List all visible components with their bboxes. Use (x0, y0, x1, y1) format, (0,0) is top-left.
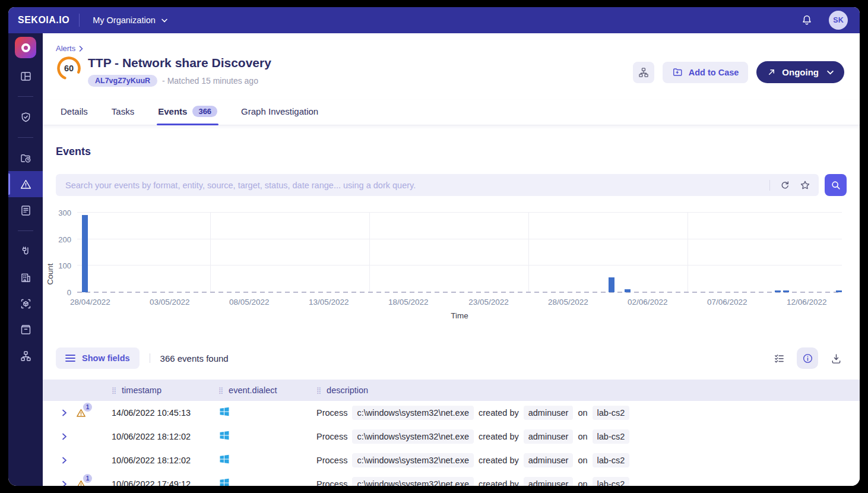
event-dialect-cell (218, 406, 316, 420)
tab-graph-investigation[interactable]: Graph Investigation (240, 100, 319, 125)
user-chip[interactable]: adminuser (524, 406, 574, 420)
events-panel: Events (43, 125, 860, 486)
tab-details[interactable]: Details (59, 100, 89, 125)
events-chart-plot[interactable]: 0100200300 (77, 213, 842, 292)
drag-handle-icon[interactable]: ⣿ (218, 387, 223, 394)
checklist-icon (774, 353, 785, 364)
search-button[interactable] (825, 174, 847, 196)
sidebar-item-reports[interactable] (8, 197, 43, 223)
column-header-description[interactable]: ⣿description (316, 385, 848, 395)
chevron-right-icon (62, 481, 67, 486)
breadcrumb[interactable]: Alerts (56, 44, 844, 53)
process-path-chip[interactable]: c:\windows\system32\net.exe (352, 429, 474, 444)
avatar-initials: SK (833, 16, 843, 24)
info-toggle-button[interactable] (797, 347, 818, 369)
host-chip[interactable]: lab-cs2 (593, 453, 630, 467)
user-chip[interactable]: adminuser (524, 429, 574, 444)
add-to-case-button[interactable]: Add to Case (663, 62, 749, 83)
chart-x-ticks: 28/04/202203/05/202208/05/202213/05/2022… (77, 298, 842, 308)
windows-icon (218, 429, 230, 441)
event-description: Process c:\windows\system32\net.exe crea… (316, 477, 848, 486)
brand-logo: SEKOIA.IO (18, 15, 69, 26)
event-description: Process c:\windows\system32\net.exe crea… (316, 429, 848, 444)
main-panel: Alerts 60 TTP - Network share Discovery … (43, 33, 860, 486)
refresh-icon (780, 180, 790, 191)
expand-row-button[interactable] (62, 481, 67, 486)
chart-bar (775, 290, 781, 292)
app-logo[interactable] (15, 37, 36, 58)
table-header: ⣿timestamp ⣿event.dialect ⣿description (43, 380, 860, 401)
sidebar-item-cases[interactable] (8, 145, 43, 171)
column-header-timestamp[interactable]: ⣿timestamp (112, 385, 218, 395)
user-chip[interactable]: adminuser (524, 453, 574, 467)
select-columns-button[interactable] (768, 347, 790, 369)
event-dialect-cell (218, 429, 316, 444)
process-path-chip[interactable]: c:\windows\system32\net.exe (352, 477, 474, 486)
bell-icon (800, 14, 813, 27)
sidebar-item-detection[interactable] (8, 290, 43, 317)
sidebar-item-alerts[interactable] (8, 171, 43, 197)
sidebar-item-topology[interactable] (8, 343, 43, 369)
chart-bar (625, 289, 631, 292)
search-icons-divider (769, 180, 770, 191)
avatar[interactable]: SK (829, 11, 848, 30)
breadcrumb-alerts[interactable]: Alerts (56, 44, 75, 53)
add-to-case-label: Add to Case (689, 68, 739, 77)
building-icon (20, 271, 32, 284)
sidebar-divider (18, 230, 33, 231)
tab-tasks[interactable]: Tasks (110, 100, 135, 125)
cube-scan-icon (20, 298, 32, 310)
windows-icon (218, 477, 230, 486)
cases-icon (20, 152, 32, 165)
page-title: TTP - Network share Discovery (88, 55, 271, 71)
tab-events[interactable]: Events 366 (157, 100, 218, 125)
expand-row-button[interactable] (62, 409, 67, 416)
refresh-button[interactable] (780, 180, 790, 191)
column-header-event-dialect[interactable]: ⣿event.dialect (218, 385, 316, 395)
status-button[interactable]: Ongoing (756, 61, 844, 83)
chevron-right-icon (62, 409, 67, 416)
event-dialect-cell (218, 477, 316, 486)
star-icon (800, 180, 810, 191)
favorite-query-button[interactable] (800, 180, 810, 191)
organization-switcher[interactable]: My Organization (89, 15, 171, 26)
expand-row-button[interactable] (62, 457, 67, 464)
alert-id-badge[interactable]: AL7vgZ7yKuuR (88, 75, 157, 87)
drag-handle-icon[interactable]: ⣿ (112, 387, 116, 394)
host-chip[interactable]: lab-cs2 (593, 429, 630, 444)
sidebar-item-security[interactable] (8, 104, 43, 130)
sitemap-icon (638, 67, 650, 78)
sidebar-item-dashboards[interactable] (8, 63, 43, 89)
chevron-down-icon (827, 70, 834, 75)
similar-alerts-indicator[interactable]: 1 (75, 479, 87, 486)
graph-view-button[interactable] (633, 62, 654, 83)
host-chip[interactable]: lab-cs2 (593, 406, 630, 420)
event-dialect-cell (218, 453, 316, 467)
process-path-chip[interactable]: c:\windows\system32\net.exe (352, 406, 474, 420)
warning-count-badge: 1 (83, 474, 92, 483)
intakes-icon (20, 245, 32, 258)
user-chip[interactable]: adminuser (524, 477, 574, 486)
alert-score-value: 60 (56, 55, 82, 81)
sidebar-item-intakes[interactable] (8, 238, 43, 264)
event-description: Process c:\windows\system32\net.exe crea… (316, 453, 848, 467)
search-icon (831, 180, 841, 191)
sidebar (8, 33, 43, 486)
events-search-input[interactable] (56, 174, 819, 196)
notifications-button[interactable] (797, 13, 817, 27)
host-chip[interactable]: lab-cs2 (593, 477, 630, 486)
similar-alerts-indicator[interactable]: 1 (75, 407, 87, 419)
app-window: SEKOIA.IO My Organization SK (8, 7, 860, 486)
topbar-divider (79, 14, 80, 27)
show-fields-button[interactable]: Show fields (56, 347, 140, 369)
download-button[interactable] (825, 347, 847, 369)
drag-handle-icon[interactable]: ⣿ (316, 387, 321, 394)
chevron-down-icon (161, 18, 167, 23)
process-path-chip[interactable]: c:\windows\system32\net.exe (352, 453, 474, 467)
sidebar-item-storage[interactable] (8, 317, 43, 343)
expand-row-button[interactable] (62, 433, 67, 440)
event-timestamp: 14/06/2022 10:45:13 (112, 408, 218, 418)
folder-plus-icon (672, 67, 683, 78)
list-icon (65, 354, 75, 362)
sidebar-item-community[interactable] (8, 264, 43, 290)
